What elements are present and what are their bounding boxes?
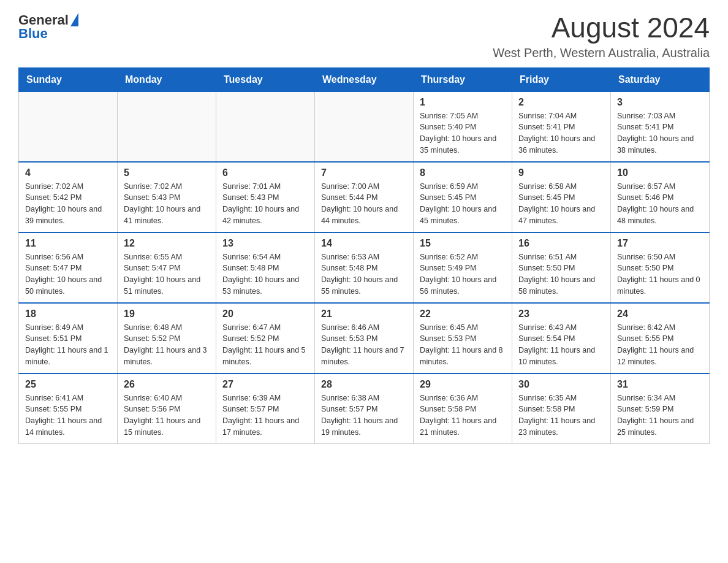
- day-info: Sunrise: 6:53 AM Sunset: 5:48 PM Dayligh…: [321, 251, 407, 297]
- day-header-friday: Friday: [512, 67, 611, 91]
- day-number: 25: [25, 379, 111, 390]
- subtitle: West Perth, Western Australia, Australia: [493, 46, 710, 60]
- day-info: Sunrise: 6:55 AM Sunset: 5:47 PM Dayligh…: [124, 251, 210, 297]
- day-cell: 10Sunrise: 6:57 AM Sunset: 5:46 PM Dayli…: [611, 162, 710, 232]
- day-info: Sunrise: 6:47 AM Sunset: 5:52 PM Dayligh…: [222, 322, 308, 368]
- day-info: Sunrise: 6:46 AM Sunset: 5:53 PM Dayligh…: [321, 322, 407, 368]
- logo-blue-text: Blue: [18, 26, 48, 42]
- day-number: 19: [124, 308, 210, 320]
- day-info: Sunrise: 6:41 AM Sunset: 5:55 PM Dayligh…: [25, 393, 111, 439]
- day-info: Sunrise: 6:54 AM Sunset: 5:48 PM Dayligh…: [222, 251, 308, 297]
- day-number: 1: [420, 97, 506, 108]
- day-cell: 31Sunrise: 6:34 AM Sunset: 5:59 PM Dayli…: [611, 373, 710, 444]
- day-header-saturday: Saturday: [611, 67, 710, 91]
- day-number: 11: [25, 238, 111, 249]
- day-cell: 22Sunrise: 6:45 AM Sunset: 5:53 PM Dayli…: [414, 303, 512, 373]
- day-info: Sunrise: 6:45 AM Sunset: 5:53 PM Dayligh…: [420, 322, 506, 368]
- day-info: Sunrise: 6:35 AM Sunset: 5:58 PM Dayligh…: [518, 393, 604, 439]
- day-number: 28: [321, 379, 407, 390]
- day-cell: 5Sunrise: 7:02 AM Sunset: 5:43 PM Daylig…: [118, 162, 216, 232]
- title-area: August 2024 West Perth, Western Australi…: [493, 12, 710, 60]
- day-number: 26: [124, 379, 210, 390]
- calendar-table: SundayMondayTuesdayWednesdayThursdayFrid…: [18, 67, 710, 444]
- day-header-wednesday: Wednesday: [315, 67, 414, 91]
- page-header: General Blue August 2024 West Perth, Wes…: [18, 12, 710, 60]
- logo: General Blue: [18, 12, 78, 42]
- calendar-header: SundayMondayTuesdayWednesdayThursdayFrid…: [19, 67, 710, 91]
- day-cell: [216, 91, 315, 162]
- day-cell: 6Sunrise: 7:01 AM Sunset: 5:43 PM Daylig…: [216, 162, 315, 232]
- week-row-4: 18Sunrise: 6:49 AM Sunset: 5:51 PM Dayli…: [19, 303, 710, 373]
- day-number: 13: [222, 238, 308, 249]
- day-cell: 11Sunrise: 6:56 AM Sunset: 5:47 PM Dayli…: [19, 232, 118, 303]
- day-cell: 17Sunrise: 6:50 AM Sunset: 5:50 PM Dayli…: [611, 232, 710, 303]
- day-number: 4: [25, 167, 111, 178]
- logo-triangle-icon: [70, 13, 78, 26]
- day-cell: 7Sunrise: 7:00 AM Sunset: 5:44 PM Daylig…: [315, 162, 414, 232]
- day-cell: 15Sunrise: 6:52 AM Sunset: 5:49 PM Dayli…: [414, 232, 512, 303]
- day-cell: 26Sunrise: 6:40 AM Sunset: 5:56 PM Dayli…: [118, 373, 216, 444]
- day-number: 31: [617, 379, 703, 390]
- day-cell: 14Sunrise: 6:53 AM Sunset: 5:48 PM Dayli…: [315, 232, 414, 303]
- day-info: Sunrise: 6:38 AM Sunset: 5:57 PM Dayligh…: [321, 393, 407, 439]
- day-number: 21: [321, 308, 407, 320]
- day-cell: 9Sunrise: 6:58 AM Sunset: 5:45 PM Daylig…: [512, 162, 611, 232]
- week-row-1: 1Sunrise: 7:05 AM Sunset: 5:40 PM Daylig…: [19, 91, 710, 162]
- day-cell: 20Sunrise: 6:47 AM Sunset: 5:52 PM Dayli…: [216, 303, 315, 373]
- day-cell: 24Sunrise: 6:42 AM Sunset: 5:55 PM Dayli…: [611, 303, 710, 373]
- day-number: 8: [420, 167, 506, 178]
- day-cell: 29Sunrise: 6:36 AM Sunset: 5:58 PM Dayli…: [414, 373, 512, 444]
- day-cell: 13Sunrise: 6:54 AM Sunset: 5:48 PM Dayli…: [216, 232, 315, 303]
- week-row-3: 11Sunrise: 6:56 AM Sunset: 5:47 PM Dayli…: [19, 232, 710, 303]
- day-info: Sunrise: 7:03 AM Sunset: 5:41 PM Dayligh…: [617, 110, 703, 156]
- day-cell: 16Sunrise: 6:51 AM Sunset: 5:50 PM Dayli…: [512, 232, 611, 303]
- day-info: Sunrise: 6:52 AM Sunset: 5:49 PM Dayligh…: [420, 251, 506, 297]
- day-header-sunday: Sunday: [19, 67, 118, 91]
- day-number: 16: [518, 238, 604, 249]
- day-header-thursday: Thursday: [414, 67, 512, 91]
- day-cell: 27Sunrise: 6:39 AM Sunset: 5:57 PM Dayli…: [216, 373, 315, 444]
- day-cell: 8Sunrise: 6:59 AM Sunset: 5:45 PM Daylig…: [414, 162, 512, 232]
- day-cell: 25Sunrise: 6:41 AM Sunset: 5:55 PM Dayli…: [19, 373, 118, 444]
- day-cell: [315, 91, 414, 162]
- day-header-monday: Monday: [118, 67, 216, 91]
- day-header-tuesday: Tuesday: [216, 67, 315, 91]
- day-number: 7: [321, 167, 407, 178]
- day-info: Sunrise: 6:57 AM Sunset: 5:46 PM Dayligh…: [617, 181, 703, 227]
- day-number: 2: [518, 97, 604, 108]
- day-cell: 2Sunrise: 7:04 AM Sunset: 5:41 PM Daylig…: [512, 91, 611, 162]
- day-info: Sunrise: 7:01 AM Sunset: 5:43 PM Dayligh…: [222, 181, 308, 227]
- day-number: 18: [25, 308, 111, 320]
- day-number: 20: [222, 308, 308, 320]
- day-info: Sunrise: 6:58 AM Sunset: 5:45 PM Dayligh…: [518, 181, 604, 227]
- day-number: 24: [617, 308, 703, 320]
- day-info: Sunrise: 7:04 AM Sunset: 5:41 PM Dayligh…: [518, 110, 604, 156]
- day-cell: [19, 91, 118, 162]
- day-cell: 30Sunrise: 6:35 AM Sunset: 5:58 PM Dayli…: [512, 373, 611, 444]
- day-info: Sunrise: 6:59 AM Sunset: 5:45 PM Dayligh…: [420, 181, 506, 227]
- day-info: Sunrise: 6:48 AM Sunset: 5:52 PM Dayligh…: [124, 322, 210, 368]
- day-info: Sunrise: 7:02 AM Sunset: 5:42 PM Dayligh…: [25, 181, 111, 227]
- day-info: Sunrise: 6:50 AM Sunset: 5:50 PM Dayligh…: [617, 251, 703, 297]
- day-info: Sunrise: 7:02 AM Sunset: 5:43 PM Dayligh…: [124, 181, 210, 227]
- header-row: SundayMondayTuesdayWednesdayThursdayFrid…: [19, 67, 710, 91]
- day-cell: 19Sunrise: 6:48 AM Sunset: 5:52 PM Dayli…: [118, 303, 216, 373]
- day-number: 10: [617, 167, 703, 178]
- day-number: 14: [321, 238, 407, 249]
- day-cell: 3Sunrise: 7:03 AM Sunset: 5:41 PM Daylig…: [611, 91, 710, 162]
- day-number: 30: [518, 379, 604, 390]
- day-cell: [118, 91, 216, 162]
- day-cell: 4Sunrise: 7:02 AM Sunset: 5:42 PM Daylig…: [19, 162, 118, 232]
- day-cell: 21Sunrise: 6:46 AM Sunset: 5:53 PM Dayli…: [315, 303, 414, 373]
- day-cell: 23Sunrise: 6:43 AM Sunset: 5:54 PM Dayli…: [512, 303, 611, 373]
- day-info: Sunrise: 6:36 AM Sunset: 5:58 PM Dayligh…: [420, 393, 506, 439]
- day-number: 15: [420, 238, 506, 249]
- day-info: Sunrise: 6:39 AM Sunset: 5:57 PM Dayligh…: [222, 393, 308, 439]
- day-cell: 1Sunrise: 7:05 AM Sunset: 5:40 PM Daylig…: [414, 91, 512, 162]
- day-number: 22: [420, 308, 506, 320]
- day-info: Sunrise: 7:05 AM Sunset: 5:40 PM Dayligh…: [420, 110, 506, 156]
- day-info: Sunrise: 6:49 AM Sunset: 5:51 PM Dayligh…: [25, 322, 111, 368]
- day-cell: 18Sunrise: 6:49 AM Sunset: 5:51 PM Dayli…: [19, 303, 118, 373]
- day-info: Sunrise: 6:40 AM Sunset: 5:56 PM Dayligh…: [124, 393, 210, 439]
- day-info: Sunrise: 6:56 AM Sunset: 5:47 PM Dayligh…: [25, 251, 111, 297]
